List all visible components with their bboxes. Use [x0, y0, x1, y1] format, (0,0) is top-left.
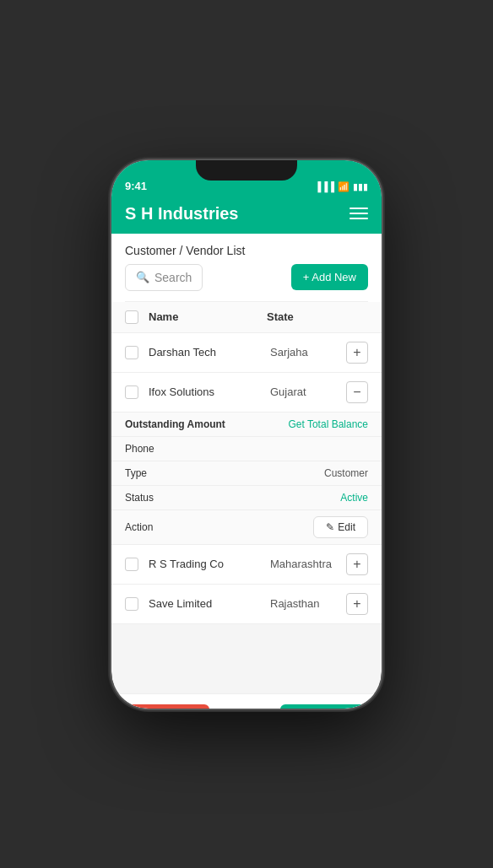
detail-action: Action ✎ Edit — [111, 510, 382, 544]
signal-icon: ▐▐▐ — [315, 181, 334, 191]
edit-button[interactable]: ✎ Edit — [313, 516, 368, 538]
phone-frame: 9:41 ▐▐▐ 📶 ▮▮▮ S H Industries Customer /… — [111, 160, 382, 709]
detail-outstanding: Outstanding Amount Get Total Balance — [111, 412, 382, 437]
vendor-row-2: Ifox Solutions Gujarat − Outstanding Amo… — [111, 373, 382, 545]
search-text: Search — [154, 271, 192, 284]
app-header: S H Industries — [111, 197, 382, 234]
row-checkbox-2[interactable] — [125, 385, 138, 399]
hamburger-line-2 — [349, 213, 368, 214]
vendor-name-2: Ifox Solutions — [149, 385, 270, 398]
detail-phone: Phone — [111, 437, 382, 461]
add-new-button[interactable]: + Add New — [291, 264, 368, 290]
bottom-bar: 🗑 Delete + Add New — [111, 693, 382, 709]
vendor-state-1: Sarjaha — [270, 346, 346, 359]
vendor-name-3: R S Trading Co — [149, 558, 270, 570]
checkbox-col-1 — [125, 346, 149, 359]
header-name: Name — [149, 310, 267, 323]
vendor-state-3: Maharashtra — [270, 558, 346, 570]
action-label: Action — [125, 521, 153, 533]
add-new-bottom-button[interactable]: + Add New — [280, 704, 368, 709]
row-checkbox-1[interactable] — [125, 346, 138, 359]
hamburger-menu-button[interactable] — [349, 208, 368, 219]
select-all-checkbox[interactable] — [125, 310, 138, 324]
app-title: S H Industries — [125, 204, 238, 224]
expand-btn-3[interactable]: + — [346, 553, 368, 575]
header-checkbox-col — [125, 310, 149, 324]
detail-type: Type Customer — [111, 461, 382, 486]
table-header: Name State — [111, 302, 382, 333]
vendor-details-2: Outstanding Amount Get Total Balance Pho… — [111, 412, 382, 544]
row-checkbox-4[interactable] — [125, 597, 138, 611]
screen-content: Customer / Vendor List 🔍 Search + Add Ne… — [111, 234, 382, 709]
vendor-row-4: Save Limited Rajasthan + — [111, 585, 382, 624]
header-state: State — [267, 310, 343, 323]
main-scroll[interactable]: Customer / Vendor List 🔍 Search + Add Ne… — [111, 234, 382, 693]
vendor-name-4: Save Limited — [149, 597, 270, 610]
vendor-state-2: Gujarat — [270, 385, 346, 398]
vendor-main-2[interactable]: Ifox Solutions Gujarat − — [111, 373, 382, 412]
status-icons: ▐▐▐ 📶 ▮▮▮ — [315, 181, 368, 192]
checkbox-col-2 — [125, 385, 149, 399]
vendor-main-4[interactable]: Save Limited Rajasthan + — [111, 585, 382, 623]
status-time: 9:41 — [125, 180, 147, 192]
outstanding-label: Outstanding Amount — [125, 418, 225, 430]
vendor-main-3[interactable]: R S Trading Co Maharashtra + — [111, 545, 382, 584]
type-value: Customer — [324, 467, 368, 479]
phone-label: Phone — [125, 443, 154, 455]
row-checkbox-3[interactable] — [125, 558, 138, 571]
edit-label: Edit — [338, 521, 355, 533]
search-box[interactable]: 🔍 Search — [125, 264, 203, 291]
vendor-state-4: Rajasthan — [270, 597, 346, 610]
edit-icon: ✎ — [326, 521, 334, 533]
type-label: Type — [125, 467, 147, 479]
vendor-main-1[interactable]: Darshan Tech Sarjaha + — [111, 333, 382, 372]
status-value: Active — [340, 492, 368, 504]
hamburger-line-1 — [349, 208, 368, 209]
get-total-balance-btn[interactable]: Get Total Balance — [288, 418, 368, 430]
main-content: Customer / Vendor List 🔍 Search + Add Ne… — [111, 234, 382, 624]
detail-status: Status Active — [111, 486, 382, 510]
search-add-row: 🔍 Search + Add New — [111, 264, 382, 301]
delete-button[interactable]: 🗑 Delete — [125, 704, 209, 709]
search-icon: 🔍 — [136, 271, 149, 283]
expand-btn-1[interactable]: + — [346, 342, 368, 364]
vendor-row-1: Darshan Tech Sarjaha + — [111, 333, 382, 373]
checkbox-col-3 — [125, 558, 149, 571]
collapse-btn-2[interactable]: − — [346, 381, 368, 403]
vendor-row-3: R S Trading Co Maharashtra + — [111, 545, 382, 585]
battery-icon: ▮▮▮ — [353, 181, 368, 192]
wifi-icon: 📶 — [338, 181, 349, 192]
page-title: Customer / Vendor List — [111, 234, 382, 264]
vendor-name-1: Darshan Tech — [149, 346, 270, 359]
hamburger-line-3 — [349, 218, 368, 219]
notch — [196, 160, 297, 181]
expand-btn-4[interactable]: + — [346, 593, 368, 615]
status-label: Status — [125, 492, 154, 504]
phone-screen: 9:41 ▐▐▐ 📶 ▮▮▮ S H Industries Customer /… — [111, 160, 382, 709]
checkbox-col-4 — [125, 597, 149, 611]
